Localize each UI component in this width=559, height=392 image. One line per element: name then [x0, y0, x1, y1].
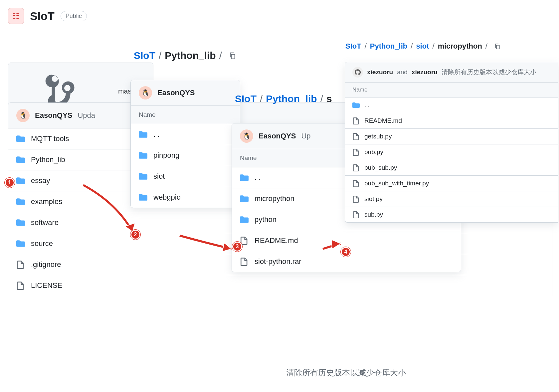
list-item[interactable]: README.md: [345, 113, 558, 129]
list-item-name: getsub.py: [364, 133, 392, 140]
crumb-link[interactable]: SIoT: [134, 50, 155, 61]
annotation-marker-1: 1: [5, 178, 15, 188]
crumb-sep: /: [433, 42, 435, 51]
commit-author[interactable]: EasonQYS: [35, 111, 72, 120]
folder-icon: [352, 101, 360, 109]
avatar[interactable]: 🐧: [240, 129, 253, 143]
crumb-link[interactable]: SIoT: [235, 93, 257, 104]
commit-bar: xiezuoru and xiezuoru 清除所有历史版本以减少仓库大小: [345, 62, 558, 83]
column-header-name: Name: [131, 106, 240, 124]
list-item-name: examples: [31, 197, 62, 206]
list-item-name: README.md: [255, 236, 298, 245]
crumb-sep: /: [260, 93, 263, 104]
list-item[interactable]: webgpio: [131, 187, 240, 208]
and-text: and: [397, 69, 408, 76]
annotation-marker-4: 4: [341, 247, 351, 257]
commit-author[interactable]: EasonQYS: [157, 89, 195, 97]
outer-commit-message[interactable]: 清除所有历史版本以减少仓库大小: [286, 367, 406, 378]
file-icon: [352, 211, 360, 218]
repo-header: ☷ SIoT Public: [8, 8, 87, 24]
list-item[interactable]: getsub.py: [345, 129, 558, 144]
crumb-sep: /: [365, 42, 367, 51]
crumb-current: micropython: [438, 42, 482, 51]
crumb-frag: s: [326, 93, 332, 104]
commit-message[interactable]: Up: [301, 132, 310, 140]
folder-icon: [16, 239, 25, 248]
list-item-name: siot-python.rar: [255, 257, 301, 266]
folder-icon: [16, 134, 25, 143]
annotation-marker-2: 2: [130, 230, 140, 240]
repo-name[interactable]: SIoT: [30, 10, 55, 23]
commit-message[interactable]: 清除所有历史版本以减少仓库大小: [442, 68, 536, 77]
folder-icon: [16, 218, 25, 227]
breadcrumb: SIoT / Python_lib / siot / micropython /: [345, 40, 501, 53]
file-icon: [16, 260, 25, 269]
list-item[interactable]: pinpong: [131, 145, 240, 166]
list-item[interactable]: LICENSE: [8, 275, 552, 296]
crumb-sep: /: [219, 50, 222, 61]
crumb-current: Python_lib: [165, 50, 216, 61]
commit-author[interactable]: xiezuoru: [412, 69, 438, 76]
crumb-sep: /: [159, 50, 161, 61]
file-icon: [352, 180, 360, 187]
file-icon: [240, 257, 249, 266]
list-item-name: pinpong: [153, 151, 179, 160]
crumb-sep: /: [411, 42, 413, 51]
crumb-sep: /: [320, 93, 323, 104]
file-icon: [352, 133, 360, 140]
commit-message[interactable]: Upda: [78, 111, 95, 120]
file-icon: [352, 195, 360, 203]
breadcrumb: SIoT / Python_lib /: [134, 50, 237, 61]
list-item-name: essay: [31, 176, 50, 185]
list-item[interactable]: siot: [131, 166, 240, 187]
crumb-link[interactable]: SIoT: [345, 42, 361, 51]
crumb-sep: /: [485, 42, 487, 51]
list-item-name: micropython: [255, 194, 294, 203]
crumb-link[interactable]: Python_lib: [370, 42, 407, 51]
avatar[interactable]: 🐧: [16, 109, 30, 122]
folder-icon: [139, 151, 147, 160]
list-item-name: LICENSE: [31, 281, 62, 290]
folder-icon: [240, 173, 249, 182]
file-icon: [352, 117, 360, 124]
visibility-badge: Public: [61, 11, 87, 21]
copy-path-button[interactable]: [229, 52, 237, 60]
list-item[interactable]: pub_sub_with_timer.py: [345, 176, 558, 191]
list-item-name: pub_sub_with_timer.py: [364, 180, 429, 187]
list-item-name: webgpio: [153, 193, 181, 202]
commit-author[interactable]: xiezuoru: [367, 69, 393, 76]
crumb-link[interactable]: siot: [416, 42, 429, 51]
list-item[interactable]: sub.py: [345, 207, 558, 222]
list-item[interactable]: pub_sub.py: [345, 160, 558, 176]
commit-author[interactable]: EasonQYS: [259, 132, 296, 140]
file-icon: [352, 164, 360, 171]
folder-icon: [139, 172, 147, 181]
list-item-name: pub_sub.py: [364, 164, 397, 171]
folder-icon: [139, 130, 147, 139]
list-item[interactable]: . .: [345, 98, 558, 113]
list-item[interactable]: . .: [131, 124, 240, 145]
file-list: . . pinpong siot webgpio: [131, 124, 240, 208]
list-item-name: Python_lib: [31, 155, 65, 164]
folder-icon: [16, 155, 25, 164]
folder-icon: [16, 176, 25, 185]
python-lib-panel: 🐧 EasonQYS Name . . pinpong siot webgpio: [130, 80, 240, 208]
file-icon: [352, 148, 360, 156]
annotation-marker-3: 3: [232, 242, 242, 252]
list-item-name: sub.py: [364, 211, 383, 218]
crumb-link[interactable]: Python_lib: [266, 93, 317, 104]
list-item[interactable]: siot.py: [345, 191, 558, 207]
folder-icon: [16, 197, 25, 206]
breadcrumb: SIoT / Python_lib / s: [235, 93, 332, 104]
list-item-name: pub.py: [364, 148, 383, 156]
repo-logo-icon: ☷: [8, 8, 24, 24]
avatar[interactable]: 🐧: [139, 86, 152, 99]
copy-path-button[interactable]: [494, 43, 501, 50]
list-item[interactable]: pub.py: [345, 144, 558, 160]
list-item-name: source: [31, 239, 53, 248]
folder-icon: [240, 215, 249, 224]
avatar[interactable]: [352, 67, 363, 78]
folder-icon: [240, 194, 249, 203]
list-item-name: python: [255, 215, 277, 224]
list-item-name: . .: [153, 130, 159, 139]
